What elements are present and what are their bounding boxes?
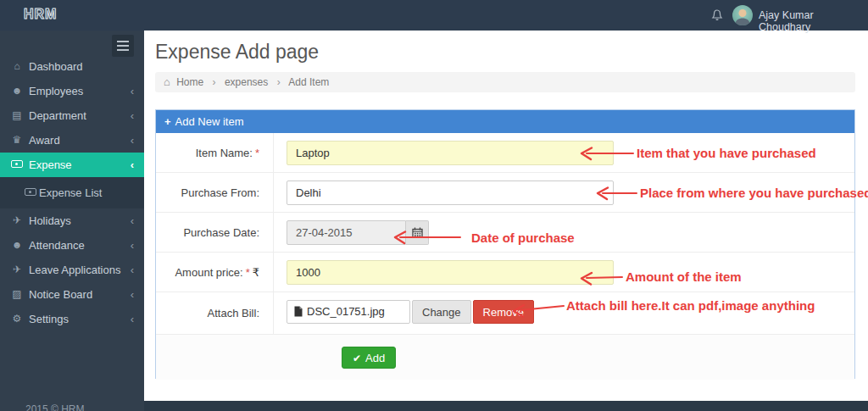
rupee-currency-symbol: ₹ [253,266,259,279]
breadcrumb-home[interactable]: Home [176,76,203,88]
form-row-amount-price: Amount price:*₹ [156,253,854,292]
calendar-icon [412,227,423,238]
money-icon [9,153,25,177]
annotation-purchase-from: Place from where you have purchased [640,186,868,200]
expense-submenu: Expense List [0,177,144,208]
sidebar-item-holidays[interactable]: ✈ Holidays ‹ [0,208,144,233]
purchase-from-input[interactable] [287,181,614,205]
chevron-left-icon: ‹ [131,79,134,103]
chevron-left-icon: ‹ [131,282,134,307]
sidebar: ⌂ Dashboard ☻ Employees ‹ ▤ Department ‹… [0,31,144,411]
attached-file-name[interactable]: DSC_01751.jpg [287,300,410,324]
calendar-addon-button[interactable] [406,220,429,245]
item-name-label: Item Name:* [156,133,274,172]
sidebar-item-employees[interactable]: ☻ Employees ‹ [0,79,144,103]
amount-price-label: Amount price:*₹ [156,253,274,292]
hrm-logo: HRM [24,7,57,22]
document-icon: ▨ [9,282,25,307]
person-icon: ☻ [9,233,25,258]
home-icon: ⌂ [9,54,25,79]
chevron-left-icon: ‹ [131,128,134,153]
user-avatar[interactable] [732,5,753,25]
annotation-purchase-date: Date of purchase [471,230,575,245]
panel-footer: ✔Add [156,335,854,380]
breadcrumb: ⌂ Home › expenses › Add Item [155,72,855,92]
purchase-from-label: Purchase From: [156,173,274,212]
chevron-left-icon: ‹ [131,153,134,177]
briefcase-icon: ▤ [9,103,25,128]
breadcrumb-separator: › [277,76,281,88]
sidebar-item-department[interactable]: ▤ Department ‹ [0,103,144,128]
amount-price-input[interactable] [287,260,614,285]
purchase-date-label: Purchase Date: [156,213,274,252]
main-content: Expense Add page ⌂ Home › expenses › Add… [144,31,868,401]
required-asterisk: * [246,266,250,279]
gear-icon: ⚙ [9,307,25,331]
bell-icon [710,8,724,22]
user-name: Ajay Kumar Choudhary [759,9,814,33]
money-icon [23,177,38,208]
trophy-icon: ♛ [9,128,25,153]
attach-bill-label: Attach Bill: [156,292,274,334]
annotation-attach-bill: Attach bill here.It can pdf,image anythi… [566,298,815,313]
chevron-left-icon: ‹ [131,258,134,282]
sidebar-item-expense[interactable]: Expense ‹ [0,153,144,177]
chevron-left-icon: ‹ [131,307,134,331]
remove-file-button[interactable]: Remove [473,300,534,324]
breadcrumb-expenses[interactable]: expenses [225,76,268,88]
required-asterisk: * [255,147,259,159]
sidebar-item-dashboard[interactable]: ⌂ Dashboard [0,54,144,79]
page-title: Expense Add page [155,41,319,64]
sidebar-item-award[interactable]: ♛ Award ‹ [0,128,144,153]
chevron-left-icon: ‹ [131,208,134,233]
hrm-app: HRM Ajay Kumar Choudhary ▾ ⌂ Dashboard [0,0,868,411]
chevron-left-icon: ‹ [131,233,134,258]
check-icon: ✔ [353,353,361,364]
notifications-bell-icon[interactable] [710,8,724,22]
add-button[interactable]: ✔Add [342,347,396,369]
file-icon [294,306,303,317]
plus-icon: + [164,115,171,128]
users-icon: ☻ [9,79,25,103]
user-menu[interactable]: Ajay Kumar Choudhary ▾ [759,9,868,33]
copyright-text: 2015 © HRM [25,403,85,411]
sidebar-item-expense-list[interactable]: Expense List [0,177,144,208]
annotation-item-name: Item that you have purchased [637,146,816,160]
chevron-left-icon: ‹ [131,103,134,128]
panel-header: +Add New item [156,110,854,133]
sidebar-nav: ⌂ Dashboard ☻ Employees ‹ ▤ Department ‹… [0,54,144,331]
paper-plane-icon: ✈ [9,258,25,282]
avatar-face [732,5,753,25]
annotation-amount: Amount of the item [626,269,742,284]
breadcrumb-separator: › [213,76,216,88]
sidebar-item-attendance[interactable]: ☻ Attendance ‹ [0,233,144,258]
home-icon: ⌂ [164,75,170,88]
sidebar-item-notice-board[interactable]: ▨ Notice Board ‹ [0,282,144,307]
breadcrumb-add-item: Add Item [288,76,329,88]
change-file-button[interactable]: Change [412,300,471,324]
purchase-date-input[interactable] [287,220,406,245]
paper-plane-icon: ✈ [9,208,25,233]
sidebar-item-leave-applications[interactable]: ✈ Leave Applications ‹ [0,258,144,282]
item-name-input[interactable] [287,141,614,165]
sidebar-item-settings[interactable]: ⚙ Settings ‹ [0,307,144,331]
top-navbar: HRM Ajay Kumar Choudhary ▾ [0,0,868,31]
